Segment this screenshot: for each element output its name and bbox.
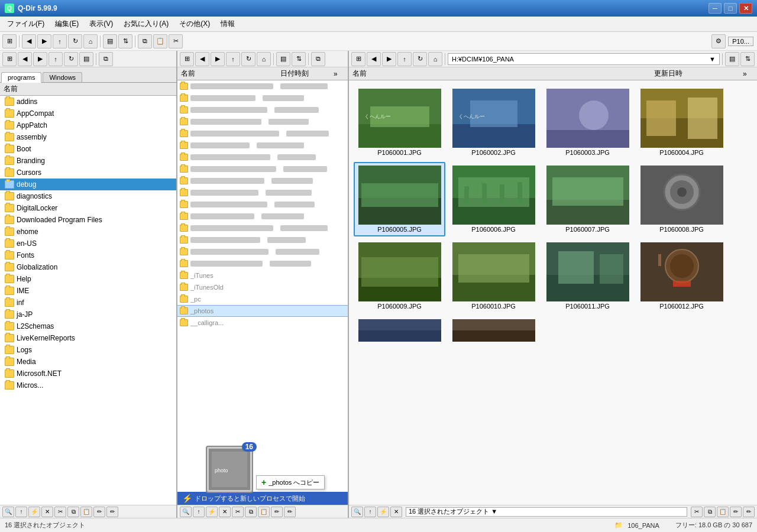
mid-file-list[interactable]: _iTunes _iTunesOld _pc _photos __calligr… [177, 80, 348, 492]
mid-home-btn[interactable]: ⌂ [257, 52, 271, 66]
mid-status-btn7[interactable]: 📋 [258, 507, 270, 517]
tree-item-downloaded[interactable]: Downloaded Program Files [0, 214, 176, 226]
left-refresh-btn[interactable]: ↻ [64, 52, 78, 66]
thumb-p1060003[interactable]: P1060003.JPG [542, 85, 633, 160]
mid-col-expander[interactable]: » [334, 70, 344, 78]
tree-item-microsoftnet[interactable]: Microsoft.NET [0, 368, 176, 379]
minimize-button[interactable]: ─ [709, 3, 722, 14]
list-item[interactable] [177, 116, 348, 128]
close-button[interactable]: ✕ [739, 3, 752, 14]
list-item[interactable] [177, 80, 348, 92]
list-item-calligra[interactable]: __calligra... [177, 317, 348, 329]
right-status-btn5[interactable]: ✂ [691, 507, 703, 517]
list-item[interactable] [177, 246, 348, 258]
tree-item-ehome[interactable]: ehome [0, 226, 176, 238]
maximize-button[interactable]: □ [724, 3, 737, 14]
toolbar-home-btn[interactable]: ⌂ [83, 34, 98, 48]
thumb-p1060010[interactable]: P1060010.JPG [448, 239, 539, 313]
right-grid-btn[interactable]: ⊞ [351, 52, 365, 66]
toolbar-settings-btn[interactable]: ⚙ [711, 34, 726, 48]
right-status-btn9[interactable]: ✏ [743, 507, 755, 517]
toolbar-copy-btn[interactable]: ⧉ [138, 34, 152, 48]
tree-item-appcompat[interactable]: AppCompat [0, 108, 176, 119]
list-item[interactable] [177, 210, 348, 222]
toolbar-view-btn[interactable]: ▤ [103, 34, 117, 48]
thumb-p1060012[interactable]: P1060012.JPG [636, 239, 727, 313]
tree-item-ja-jp[interactable]: ja-JP [0, 309, 176, 320]
toolbar-up-btn[interactable]: ↑ [53, 34, 67, 48]
toolbar-paste-btn[interactable]: 📋 [153, 34, 167, 48]
right-view-btn[interactable]: ▤ [725, 52, 739, 66]
right-status-btn1[interactable]: 🔍 [351, 507, 363, 517]
list-item[interactable] [177, 222, 348, 234]
list-item[interactable] [177, 258, 348, 270]
mid-status-btn5[interactable]: ✂ [232, 507, 244, 517]
thumb-p1060013[interactable] [354, 316, 445, 345]
toolbar-profile[interactable]: P10... [728, 37, 753, 46]
right-status-btn4[interactable]: ✕ [390, 507, 402, 517]
mid-status-btn3[interactable]: ⚡ [206, 507, 218, 517]
menu-view[interactable]: 表示(V) [85, 17, 118, 31]
left-grid-btn[interactable]: ⊞ [2, 52, 17, 66]
tree-item-digitallocker[interactable]: DigitalLocker [0, 202, 176, 214]
mid-refresh-btn[interactable]: ↻ [241, 52, 255, 66]
list-item[interactable] [177, 151, 348, 163]
tree-item-inf[interactable]: inf [0, 297, 176, 309]
right-forward-btn[interactable]: ▶ [382, 52, 396, 66]
list-item[interactable] [177, 199, 348, 210]
list-item[interactable] [177, 104, 348, 116]
thumb-p1060011[interactable]: P1060011.JPG [542, 239, 633, 313]
menu-favorites[interactable]: お気に入り(A) [119, 17, 173, 31]
tree-item-diagnostics[interactable]: diagnostics [0, 190, 176, 202]
tree-item-l2schemas[interactable]: L2Schemas [0, 320, 176, 332]
tree-item-addins[interactable]: addins [0, 96, 176, 108]
toolbar-back-btn[interactable]: ◀ [22, 34, 36, 48]
thumb-p1060009[interactable]: P1060009.JPG [354, 239, 445, 313]
mid-status-btn1[interactable]: 🔍 [180, 507, 192, 517]
tree-item-livekernelreports[interactable]: LiveKernelReports [0, 332, 176, 344]
list-item[interactable] [177, 140, 348, 151]
left-back-btn[interactable]: ◀ [18, 52, 32, 66]
thumbnail-grid[interactable]: くへんルー P1060001.JPG くへんルー P1060002.JPG P1… [349, 80, 757, 505]
right-status-btn6[interactable]: ⧉ [704, 507, 716, 517]
left-forward-btn[interactable]: ▶ [33, 52, 47, 66]
thumb-p1060005[interactable]: P1060005.JPG [354, 162, 445, 236]
left-status-btn7[interactable]: 📋 [80, 507, 92, 517]
thumb-p1060007[interactable]: P1060007.JPG [542, 162, 633, 236]
tree-item-branding[interactable]: Branding [0, 155, 176, 167]
tree-item-ime[interactable]: IME [0, 285, 176, 297]
menu-edit[interactable]: 編集(E) [50, 17, 83, 31]
mid-up-btn[interactable]: ↑ [226, 52, 240, 66]
mid-status-btn4[interactable]: ✕ [219, 507, 231, 517]
thumb-p1060001[interactable]: くへんルー P1060001.JPG [354, 85, 445, 160]
mid-forward-btn[interactable]: ▶ [211, 52, 225, 66]
right-sort-btn[interactable]: ⇅ [740, 52, 755, 66]
list-item[interactable] [177, 92, 348, 104]
toolbar-forward-btn[interactable]: ▶ [37, 34, 51, 48]
tree-item-en-us[interactable]: en-US [0, 238, 176, 249]
right-status-btn8[interactable]: ✏ [730, 507, 742, 517]
toolbar-sort-btn[interactable]: ⇅ [118, 34, 132, 48]
left-status-btn3[interactable]: ⚡ [28, 507, 40, 517]
tree-item-fonts[interactable]: Fonts [0, 249, 176, 261]
toolbar-cut-btn[interactable]: ✂ [169, 34, 183, 48]
list-item-photos[interactable]: _photos [177, 305, 348, 317]
menu-other[interactable]: その他(X) [174, 17, 215, 31]
mid-grid-btn[interactable]: ⊞ [180, 52, 194, 66]
thumb-p1060014[interactable] [448, 316, 539, 345]
toolbar-refresh-btn[interactable]: ↻ [68, 34, 82, 48]
thumb-p1060004[interactable]: P1060004.JPG [636, 85, 727, 160]
left-status-btn6[interactable]: ⧉ [67, 507, 79, 517]
right-path-bar[interactable]: H:¥DCIM¥106_PANA ▼ [448, 53, 720, 65]
right-status-btn3[interactable]: ⚡ [377, 507, 389, 517]
right-back-btn[interactable]: ◀ [367, 52, 381, 66]
thumb-p1060002[interactable]: くへんルー P1060002.JPG [448, 85, 539, 160]
left-status-btn9[interactable]: ✏ [106, 507, 118, 517]
right-status-select[interactable]: 16 選択されたオブジェクト ▼ [406, 507, 687, 517]
left-status-btn5[interactable]: ✂ [54, 507, 66, 517]
left-tree-list[interactable]: addins AppCompat AppPatch assembly Boot … [0, 96, 176, 505]
right-up-btn[interactable]: ↑ [397, 52, 412, 66]
right-home-btn[interactable]: ⌂ [428, 52, 442, 66]
list-item[interactable] [177, 187, 348, 199]
list-item-itunes[interactable]: _iTunes [177, 270, 348, 281]
